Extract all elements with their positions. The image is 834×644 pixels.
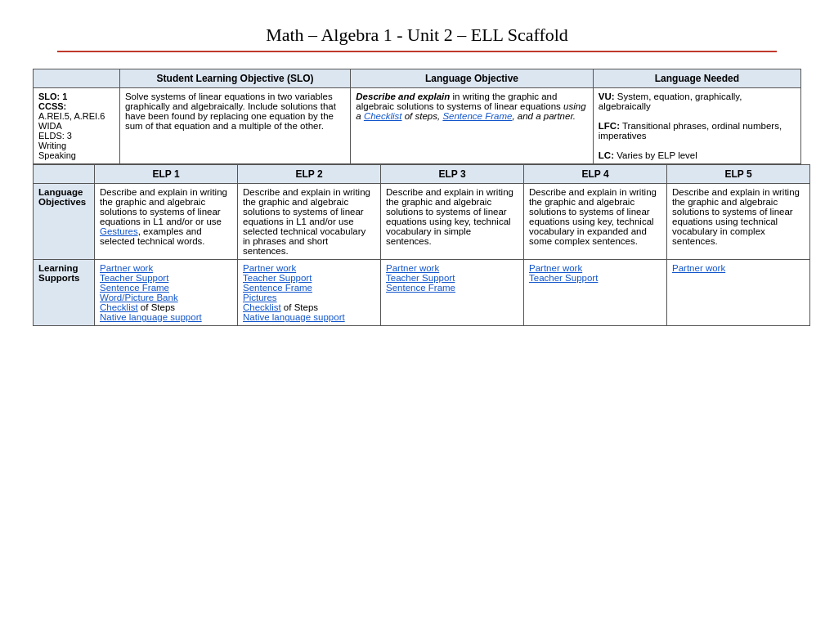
lc-row: LC: Varies by ELP level [599,150,796,160]
lo-label: Language Objectives [34,184,95,260]
slo-wida: WIDA [38,121,114,131]
elp2-header: ELP 2 [238,165,381,184]
ls-elp2-checklist-suffix: of Steps [281,302,318,312]
lang-obj-describe: Describe and explain [356,92,450,101]
ls-label: Learning Supports [34,260,95,326]
ls-elp2-pictures-link[interactable]: Pictures [243,293,277,302]
lang-needed-cell: VU: System, equation, graphically, algeb… [593,88,800,164]
ls-elp1-partner-link[interactable]: Partner work [100,263,153,273]
lang-obj-and-partner: , and a partner. [512,111,576,121]
ls-elp3-partner-link[interactable]: Partner work [386,263,439,273]
lc-label: LC: [599,150,614,160]
ls-elp2: Partner work Teacher Support Sentence Fr… [238,260,381,326]
ls-row: Learning Supports Partner work Teacher S… [34,260,810,326]
vu-label: VU: [599,92,615,101]
vu-row: VU: System, equation, graphically, algeb… [599,92,796,111]
elp3-header: ELP 3 [381,165,524,184]
header-col1 [34,69,120,88]
title-underline [57,51,777,52]
slo-elds: ELDS: 3 [38,131,114,141]
lfc-label: LFC: [599,121,620,131]
lo-elp2: Describe and explain in writing the grap… [238,184,381,260]
slo-number: SLO: 1 [38,92,114,101]
slo-standards: A.REI.5, A.REI.6 [38,111,114,121]
lang-obj-of-steps: of steps, [402,111,443,121]
ls-elp2-partner-link[interactable]: Partner work [243,263,296,273]
gestures-link[interactable]: Gestures [100,226,138,236]
ls-elp1: Partner work Teacher Support Sentence Fr… [95,260,238,326]
slo-row: SLO: 1 CCSS: A.REI.5, A.REI.6 WIDA ELDS:… [34,88,801,164]
elp-header-row: ELP 1 ELP 2 ELP 3 ELP 4 ELP 5 [34,165,810,184]
ls-elp1-teacher-link[interactable]: Teacher Support [100,273,168,283]
ls-elp1-word-link[interactable]: Word/Picture Bank [100,293,178,302]
ls-elp3-teacher-link[interactable]: Teacher Support [386,273,455,283]
ls-elp2-teacher-link[interactable]: Teacher Support [243,273,312,283]
header-lang-obj: Language Objective [351,69,594,88]
lfc-row: LFC: Transitional phrases, ordinal numbe… [599,121,796,141]
ls-elp2-native-link[interactable]: Native language support [243,312,345,322]
slo-label-cell: SLO: 1 CCSS: A.REI.5, A.REI.6 WIDA ELDS:… [34,88,120,164]
checklist-link[interactable]: Checklist [364,111,402,121]
elp1-header: ELP 1 [95,165,238,184]
ls-elp3: Partner work Teacher Support Sentence Fr… [381,260,524,326]
lc-text: Varies by ELP level [614,150,697,160]
slo-speaking: Speaking [38,150,114,160]
elp-table: ELP 1 ELP 2 ELP 3 ELP 4 ELP 5 Language O… [33,164,810,326]
lo-elp3: Describe and explain in writing the grap… [381,184,524,260]
main-table: Student Learning Objective (SLO) Languag… [33,69,801,164]
vu-text: System, equation, graphically, algebraic… [599,92,742,111]
lang-obj-cell: Describe and explain in writing the grap… [351,88,594,164]
elp4-header: ELP 4 [524,165,667,184]
lo-elp5: Describe and explain in writing the grap… [667,184,810,260]
page-title: Math – Algebra 1 - Unit 2 – ELL Scaffold [33,25,801,46]
slo-writing: Writing [38,141,114,150]
elp5-header: ELP 5 [667,165,810,184]
header-row: Student Learning Objective (SLO) Languag… [34,69,801,88]
header-lang-needed: Language Needed [593,69,800,88]
sentence-frame-link-header[interactable]: Sentence Frame [442,111,512,121]
slo-text-cell: Solve systems of linear equations in two… [119,88,350,164]
ls-elp2-checklist-link[interactable]: Checklist [243,302,281,312]
lo-elp4: Describe and explain in writing the grap… [524,184,667,260]
ls-elp2-sentence-link[interactable]: Sentence Frame [243,283,312,293]
elp-header-blank [34,165,95,184]
ls-elp4-teacher-link[interactable]: Teacher Support [529,273,598,283]
ls-elp3-sentence-link[interactable]: Sentence Frame [386,283,455,293]
ls-elp1-checklist-link[interactable]: Checklist [100,302,138,312]
ls-elp4: Partner work Teacher Support [524,260,667,326]
ls-elp5-partner-link[interactable]: Partner work [672,263,725,273]
header-slo: Student Learning Objective (SLO) [119,69,350,88]
ls-elp1-native-link[interactable]: Native language support [100,312,202,322]
slo-ccss: CCSS: [38,101,114,111]
lo-row: Language Objectives Describe and explain… [34,184,810,260]
lo-elp1: Describe and explain in writing the grap… [95,184,238,260]
ls-elp4-partner-link[interactable]: Partner work [529,263,582,273]
ls-elp1-sentence-link[interactable]: Sentence Frame [100,283,169,293]
ls-elp5: Partner work [667,260,810,326]
lfc-text: Transitional phrases, ordinal numbers, i… [599,121,782,141]
ls-elp1-checklist-suffix: of Steps [138,302,175,312]
